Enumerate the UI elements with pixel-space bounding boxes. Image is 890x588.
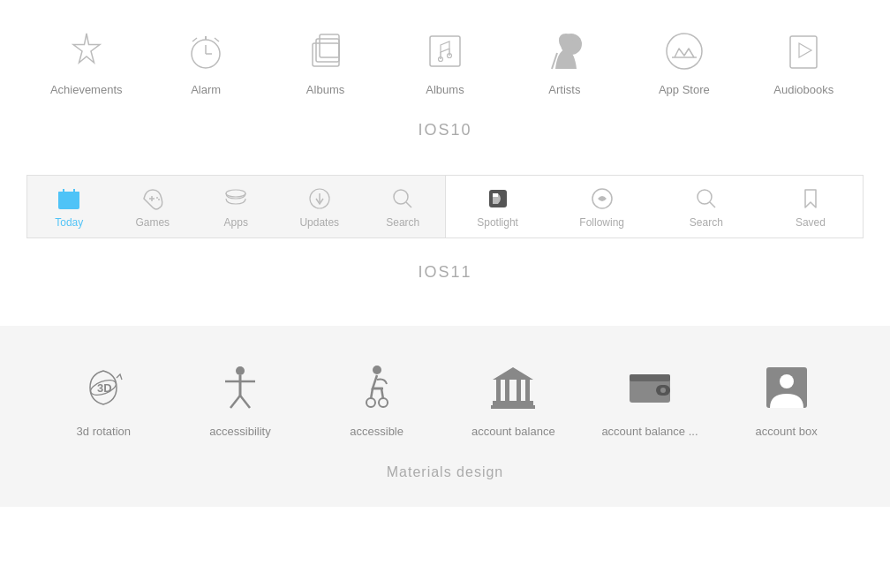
svg-marker-19 (799, 43, 811, 57)
artists-label: Artists (548, 83, 580, 96)
accountbox-icon (760, 361, 813, 414)
tab-spotlight[interactable]: Spotlight (446, 176, 550, 237)
list-item: Achievements (38, 26, 135, 96)
svg-point-35 (698, 190, 712, 204)
list-item: accessibility (183, 361, 298, 438)
tab-following-label: Following (579, 216, 624, 229)
svg-line-32 (406, 202, 411, 207)
svg-point-44 (373, 366, 381, 374)
tab-bar-right: Spotlight Following (445, 176, 864, 237)
svg-rect-21 (58, 192, 79, 197)
svg-point-31 (394, 190, 408, 204)
svg-line-3 (192, 38, 197, 41)
svg-point-27 (156, 197, 158, 199)
ios11-label: IOS11 (0, 247, 890, 290)
materials-section: 3D 3d rotation accessibility (0, 326, 890, 507)
tab-search2[interactable]: Search (654, 176, 758, 237)
games-icon (140, 186, 165, 211)
svg-point-46 (379, 398, 388, 407)
tab-games[interactable]: Games (111, 176, 195, 237)
svg-rect-48 (496, 380, 501, 401)
alarm-icon (181, 26, 230, 76)
apps-icon (223, 186, 248, 211)
svg-rect-24 (62, 199, 65, 202)
ios10-icon-grid: Achievements Alarm (9, 18, 881, 105)
list-item: account balance (456, 361, 570, 438)
list-item: App Store (636, 26, 733, 96)
accessibility-label: accessibility (209, 425, 270, 438)
spotlight-icon (486, 186, 510, 211)
list-item: Audiobooks (755, 26, 852, 96)
svg-point-39 (236, 366, 245, 375)
svg-rect-52 (493, 401, 533, 405)
list-item: Albums (277, 26, 374, 96)
svg-rect-9 (430, 36, 460, 66)
ios11-section: Today Games (0, 157, 890, 299)
appstore-icon (660, 26, 709, 76)
tab-saved[interactable]: Saved (758, 176, 863, 237)
svg-point-29 (226, 190, 245, 197)
tab-search-label: Search (386, 216, 419, 229)
artists-icon (539, 26, 589, 76)
list-item: Artists (516, 26, 613, 96)
svg-text:3D: 3D (97, 381, 112, 395)
tab-saved-label: Saved (796, 216, 826, 229)
achievements-label: Achievements (50, 83, 123, 96)
saved-icon (798, 186, 823, 211)
svg-line-42 (230, 396, 240, 408)
albums2-icon (420, 26, 470, 76)
alarm-label: Alarm (191, 83, 221, 96)
materials-footer-label: Materials design (18, 447, 872, 489)
svg-point-16 (667, 34, 702, 69)
tab-spotlight-label: Spotlight (477, 216, 518, 229)
svg-line-36 (710, 202, 715, 207)
tab-apps[interactable]: Apps (194, 176, 278, 237)
tab-search[interactable]: Search (361, 176, 445, 237)
albums1-label: Albums (306, 83, 344, 96)
svg-point-28 (158, 199, 160, 200)
achievements-icon (62, 26, 111, 76)
accountbalance-label: account balance (471, 425, 555, 438)
updates-icon (307, 186, 332, 211)
tab-bar-left: Today Games (27, 176, 445, 237)
rotation3d-label: 3d rotation (77, 425, 131, 438)
albums2-label: Albums (426, 83, 464, 96)
search2-icon (694, 186, 719, 211)
rotation3d-icon: 3D (77, 361, 130, 414)
tab-updates[interactable]: Updates (278, 176, 362, 237)
svg-rect-55 (630, 374, 670, 381)
svg-rect-18 (790, 36, 817, 68)
svg-rect-51 (525, 380, 530, 401)
ios10-section: Achievements Alarm (0, 0, 890, 157)
tab-today[interactable]: Today (27, 176, 111, 237)
albums1-icon (301, 26, 351, 76)
appstore-label: App Store (659, 83, 710, 96)
svg-rect-8 (320, 34, 339, 57)
ios10-label: IOS10 (9, 105, 881, 148)
svg-point-57 (660, 388, 666, 393)
list-item: Alarm (157, 26, 254, 96)
svg-line-43 (240, 396, 250, 408)
svg-marker-47 (493, 367, 533, 380)
svg-rect-50 (517, 380, 521, 401)
list-item: account box (729, 361, 844, 438)
accountbalancewallet-label: account balance ... (601, 425, 698, 438)
svg-point-45 (366, 398, 375, 407)
list-item: account balance ... (592, 361, 707, 438)
tab-games-label: Games (135, 216, 170, 229)
tab-search2-label: Search (690, 216, 723, 229)
tab-following[interactable]: Following (550, 176, 654, 237)
svg-line-4 (215, 38, 219, 41)
list-item: 3D 3d rotation (46, 361, 161, 438)
svg-point-59 (780, 374, 794, 388)
accessible-label: accessible (350, 425, 404, 438)
svg-rect-53 (491, 405, 535, 409)
following-icon (590, 186, 615, 211)
svg-rect-49 (505, 380, 509, 401)
audiobooks-label: Audiobooks (773, 83, 833, 96)
accountbalancewallet-icon (623, 361, 676, 414)
materials-grid: 3D 3d rotation accessibility (18, 352, 872, 447)
search-tab-icon (390, 186, 415, 211)
tab-updates-label: Updates (299, 216, 339, 229)
list-item: Albums (396, 26, 494, 96)
